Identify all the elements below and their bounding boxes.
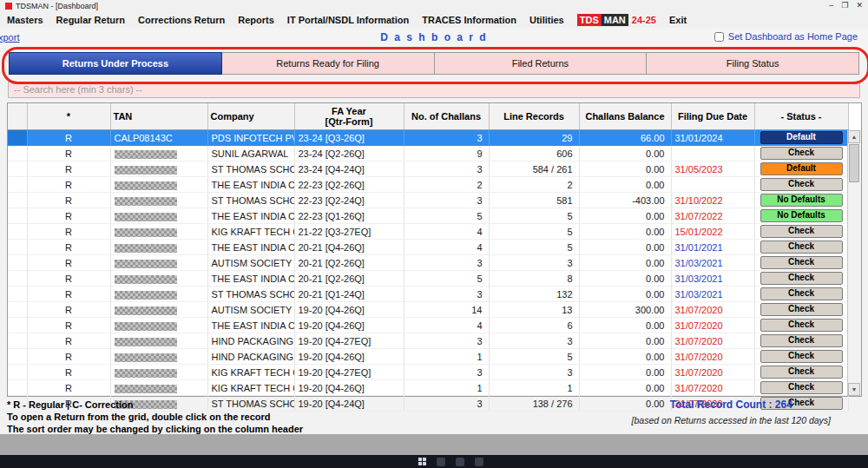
column-header-tan[interactable]: TAN [110, 103, 207, 130]
vertical-scrollbar[interactable]: ▲ ▼ [847, 130, 861, 396]
tab-filing-status[interactable]: Filing Status [647, 52, 859, 75]
column-header-line-records[interactable]: Line Records [489, 103, 579, 130]
minimize-icon[interactable]: – [829, 0, 833, 11]
table-row[interactable]: RST THOMAS SCHOOL22-23 [Q2-24Q]3581-403.… [8, 193, 848, 208]
table-row[interactable]: RTHE EAST INDIA CHA...22-23 [Q2-26Q]220.… [8, 177, 848, 193]
menu-item-utilities[interactable]: Utilities [529, 15, 564, 25]
tab-returns-under-process[interactable]: Returns Under Process [9, 52, 222, 75]
maximize-icon[interactable]: ❐ [841, 0, 848, 11]
table-row[interactable]: RAUTISM SOCIETY WE...20-21 [Q2-26Q]330.0… [8, 255, 848, 271]
table-row[interactable]: RTHE EAST INDIA CHA...19-20 [Q4-26Q]460.… [8, 318, 848, 333]
menu-item-corrections-return[interactable]: Corrections Return [138, 15, 225, 25]
status-button[interactable]: Check [760, 241, 843, 254]
cell-status: No Defaults [754, 193, 848, 208]
table-row[interactable]: RTHE EAST INDIA CHA...20-21 [Q2-26Q]580.… [8, 271, 848, 287]
cell-company: KIG KRAFT TECH CON... [207, 380, 294, 396]
tabs: Returns Under ProcessReturns Ready for F… [9, 52, 859, 75]
scroll-up-icon[interactable]: ▲ [848, 130, 860, 143]
cell-challans-balance: 0.00 [579, 240, 671, 255]
taskbar-app-icon-1[interactable] [437, 458, 445, 466]
menu-item-it-portal-nsdl-information[interactable]: IT Portal/NSDL Information [287, 15, 409, 25]
tab-returns-ready-for-filing[interactable]: Returns Ready for Filing [222, 52, 435, 75]
status-button[interactable]: Check [760, 272, 843, 285]
table-row[interactable]: RST THOMAS SCHOOL23-24 [Q4-24Q]3584 / 26… [8, 161, 848, 177]
status-button[interactable]: Check [760, 334, 843, 347]
cell-company: THE EAST INDIA CHA... [207, 208, 294, 224]
cell-status: No Defaults [754, 208, 848, 224]
table-row[interactable]: RHIND PACKAGING19-20 [Q4-26Q]150.0031/07… [8, 349, 848, 365]
scroll-down-icon[interactable]: ▼ [848, 383, 860, 396]
menu-item-traces-information[interactable]: TRACES Information [422, 15, 516, 25]
tdsman-window: TDSMAN - [Dashboard] – ❐ ✕ MastersRegula… [0, 0, 868, 468]
status-button[interactable]: Check [760, 256, 843, 269]
cell-tan [110, 349, 207, 365]
table-row[interactable]: RAUTISM SOCIETY WE...19-20 [Q4-26Q]14133… [8, 302, 848, 318]
row-selector-cell [8, 240, 27, 255]
table-row[interactable]: RKIG KRAFT TECH CON...19-20 [Q4-26Q]110.… [8, 380, 848, 396]
table-row[interactable]: RKIG KRAFT TECH CON...19-20 [Q4-27EQ]330… [8, 365, 848, 380]
column-header-filing-due-date[interactable]: Filing Due Date [671, 103, 754, 130]
redacted-tan-block [115, 260, 177, 268]
scrollbar-thumb[interactable] [849, 144, 859, 182]
cell-type: R [27, 130, 110, 146]
tab-filed-returns[interactable]: Filed Returns [435, 52, 648, 75]
menu-item-reports[interactable]: Reports [238, 15, 274, 25]
status-button[interactable]: Default [760, 131, 843, 144]
status-button[interactable]: Check [760, 287, 843, 300]
row-selector-cell [8, 349, 27, 365]
cell-line-records: 6 [489, 318, 579, 333]
status-button[interactable]: Check [760, 225, 843, 238]
table-row[interactable]: RST THOMAS SCHOOL20-21 [Q1-24Q]31320.003… [8, 287, 848, 302]
column-header-fa-year-qtr-form[interactable]: FA Year [Qtr-Form] [294, 103, 404, 130]
home-page-checkbox[interactable] [714, 32, 724, 42]
cell-filing-due-date: 31/03/2021 [671, 271, 754, 287]
status-button[interactable]: Check [760, 147, 843, 160]
cell-challans-balance: 0.00 [579, 208, 671, 224]
table-row[interactable]: RTHE EAST INDIA CHA...22-23 [Q1-26Q]550.… [8, 208, 848, 224]
cell-company: ST THOMAS SCHOOL [207, 161, 294, 177]
search-input[interactable] [8, 82, 860, 98]
column-header-status[interactable]: - Status - [754, 103, 848, 130]
table-row[interactable]: RCALP08143CPDS INFOTECH PVT. L...23-24 [… [8, 130, 848, 146]
redacted-tan-block [115, 385, 177, 393]
column-header-company[interactable]: Company [207, 103, 294, 130]
redacted-tan-block [115, 275, 177, 284]
cell-tan: CALP08143C [110, 130, 207, 146]
status-button[interactable]: Check [760, 178, 843, 191]
table-row[interactable]: RTHE EAST INDIA CHA...20-21 [Q4-26Q]450.… [8, 240, 848, 255]
status-button[interactable]: No Defaults [760, 194, 843, 207]
cell-filing-due-date: 31/07/2020 [671, 380, 754, 396]
redacted-tan-block [115, 166, 177, 175]
status-button[interactable]: No Defaults [760, 209, 843, 222]
cell-type: R [27, 208, 110, 224]
status-button[interactable]: Check [760, 366, 843, 379]
taskbar-app-icon-3[interactable] [475, 458, 483, 466]
menu-item-masters[interactable]: Masters [7, 15, 43, 25]
cell-status: Check [754, 365, 848, 380]
cell-fa-year: 19-20 [Q4-27EQ] [294, 333, 404, 349]
row-selector-cell [8, 287, 27, 302]
cell-company: THE EAST INDIA CHA... [207, 240, 294, 255]
status-button[interactable]: Check [760, 303, 843, 316]
status-button[interactable]: Check [760, 319, 843, 332]
menu-item-regular-return[interactable]: Regular Return [56, 15, 125, 25]
table-row[interactable]: RSUNIL AGARWAL23-24 [Q2-26Q]96060.00Chec… [8, 146, 848, 161]
cell-type: R [27, 193, 110, 208]
column-header-no-of-challans[interactable]: No. of Challans [404, 103, 489, 130]
close-icon[interactable]: ✕ [856, 0, 863, 11]
status-button[interactable]: Check [760, 350, 843, 363]
status-button[interactable]: Default [760, 162, 843, 175]
column-header-challans-balance[interactable]: Challans Balance [579, 103, 671, 130]
cell-status: Check [754, 302, 848, 318]
table-row[interactable]: RKIG KRAFT TECH CON...21-22 [Q3-27EQ]450… [8, 224, 848, 240]
column-header-selector[interactable] [8, 103, 27, 130]
status-button[interactable]: Check [760, 381, 843, 394]
taskbar-app-icon-2[interactable] [456, 458, 464, 466]
cell-no-of-challans: 5 [404, 208, 489, 224]
cell-company: KIG KRAFT TECH CON... [207, 224, 294, 240]
windows-start-icon[interactable] [418, 458, 426, 465]
column-header-[interactable]: * [27, 103, 110, 130]
cell-line-records: 132 [489, 287, 579, 302]
table-row[interactable]: RHIND PACKAGING19-20 [Q4-27EQ]330.0031/0… [8, 333, 848, 349]
menu-item-exit[interactable]: Exit [669, 15, 687, 25]
